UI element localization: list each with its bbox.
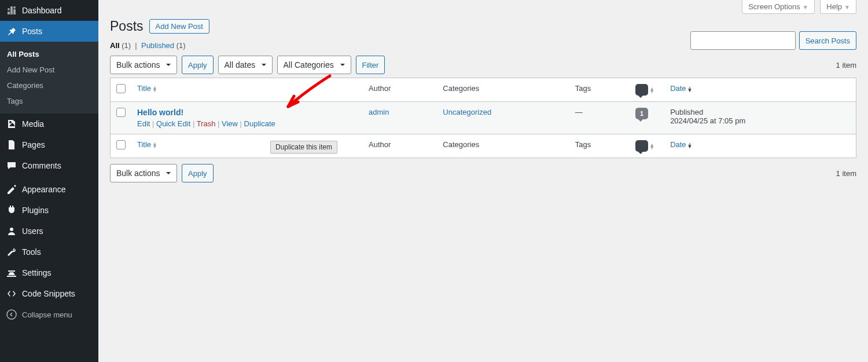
sidebar-label: Appearance	[22, 185, 66, 194]
sidebar-item-appearance[interactable]: Appearance	[0, 179, 98, 200]
collapse-icon	[6, 309, 17, 320]
select-all-checkbox-top[interactable]	[116, 84, 126, 93]
date-filter-select[interactable]: All dates	[218, 56, 273, 74]
comments-icon	[6, 160, 17, 171]
post-category-link[interactable]: Uncategorized	[443, 108, 491, 116]
column-label: Date	[670, 84, 686, 93]
search-input[interactable]	[690, 31, 796, 50]
filter-all[interactable]: All	[110, 41, 120, 50]
sidebar-item-plugins[interactable]: Plugins	[0, 200, 98, 221]
pin-icon	[6, 25, 17, 37]
sidebar-label: Media	[22, 119, 44, 129]
screen-options-tab[interactable]: Screen Options▼	[742, 0, 815, 14]
row-action-edit[interactable]: Edit	[137, 119, 150, 128]
sidebar-item-comments[interactable]: Comments	[0, 155, 98, 176]
sidebar-label: Tools	[22, 247, 41, 257]
comments-icon	[635, 84, 648, 96]
admin-sidebar: Dashboard Posts All Posts Add New Post C…	[0, 0, 98, 362]
item-count-top: 1 item	[836, 61, 856, 70]
chevron-down-icon: ▼	[844, 4, 850, 10]
sidebar-label: Settings	[22, 268, 52, 277]
search-box: Search Posts	[690, 31, 856, 50]
category-filter-select[interactable]: All Categories	[277, 56, 351, 74]
column-author: Author	[363, 78, 437, 102]
pages-icon	[6, 139, 17, 151]
sidebar-item-media[interactable]: Media	[0, 114, 98, 134]
sidebar-item-dashboard[interactable]: Dashboard	[0, 0, 98, 21]
sort-icon: ▲▼	[152, 142, 157, 148]
sidebar-label: Code Snippets	[22, 289, 75, 298]
post-author-link[interactable]: admin	[369, 108, 389, 116]
plugins-icon	[6, 204, 17, 216]
sidebar-item-tools[interactable]: Tools	[0, 242, 98, 262]
column-comments[interactable]: ▲▼	[635, 85, 654, 94]
media-icon	[6, 118, 17, 130]
add-new-post-button[interactable]: Add New Post	[149, 19, 209, 34]
apply-bulk-action-top[interactable]: Apply	[182, 56, 214, 74]
column-comments-foot[interactable]: ▲▼	[635, 141, 654, 150]
column-date[interactable]: Date▲▼	[670, 84, 692, 93]
sidebar-label: Collapse menu	[22, 310, 72, 319]
sidebar-item-settings[interactable]: Settings	[0, 262, 98, 283]
sidebar-collapse-menu[interactable]: Collapse menu	[0, 304, 98, 325]
row-action-view[interactable]: View	[222, 119, 238, 128]
sort-icon: ▲▼	[649, 144, 654, 149]
svg-point-2	[7, 310, 16, 319]
duplicate-tooltip: Duplicate this item	[270, 141, 337, 153]
bulk-action-select-bottom[interactable]: Bulk actions	[110, 164, 177, 182]
column-title-foot[interactable]: Title▲▼	[137, 140, 157, 149]
column-title[interactable]: Title▲▼	[137, 84, 157, 93]
submenu-item-tags[interactable]: Tags	[0, 93, 98, 109]
sidebar-label: Pages	[22, 140, 45, 149]
main-content: Screen Options▼ Help▼ Posts Add New Post…	[98, 0, 868, 362]
column-tags-foot: Tags	[569, 134, 630, 158]
svg-point-0	[8, 8, 10, 10]
svg-point-1	[13, 6, 16, 9]
search-submit-button[interactable]: Search Posts	[799, 31, 856, 50]
post-title-link[interactable]: Hello world!	[137, 108, 183, 117]
sidebar-label: Dashboard	[22, 6, 62, 15]
select-row-checkbox[interactable]	[116, 108, 126, 117]
filter-published[interactable]: Published	[141, 41, 174, 50]
post-date: 2024/04/25 at 7:05 pm	[670, 116, 850, 125]
help-label: Help	[826, 2, 842, 11]
filter-button[interactable]: Filter	[356, 56, 385, 74]
row-action-duplicate[interactable]: Duplicate	[244, 119, 275, 128]
comment-count-bubble[interactable]: 1	[635, 108, 648, 119]
bulk-action-select-top[interactable]: Bulk actions	[110, 56, 177, 74]
posts-table: Title▲▼ Author Categories Tags ▲▼ Date▲▼…	[110, 78, 856, 158]
filter-published-count: (1)	[176, 41, 186, 50]
page-title: Posts	[110, 19, 144, 34]
filter-all-count: (1)	[122, 41, 131, 50]
sort-icon: ▲▼	[152, 86, 157, 92]
sidebar-label: Users	[22, 226, 43, 236]
help-tab[interactable]: Help▼	[820, 0, 856, 14]
post-date-status: Published	[670, 108, 850, 116]
submenu-item-all-posts[interactable]: All Posts	[0, 46, 98, 62]
sort-icon: ▲▼	[687, 142, 693, 148]
sidebar-item-pages[interactable]: Pages	[0, 134, 98, 155]
column-label: Title	[137, 84, 151, 93]
apply-bulk-action-bottom[interactable]: Apply	[182, 164, 214, 182]
sidebar-label: Posts	[22, 27, 42, 36]
select-all-checkbox-bottom[interactable]	[116, 140, 126, 149]
row-action-trash[interactable]: Trash	[197, 119, 216, 128]
column-label: Date	[670, 140, 686, 149]
sort-icon: ▲▼	[687, 86, 693, 92]
column-date-foot[interactable]: Date▲▼	[670, 140, 692, 149]
comment-count: 1	[640, 110, 643, 117]
row-actions: Edit | Quick Edit | Trash | View | Dupli…	[137, 119, 357, 128]
sidebar-item-users[interactable]: Users	[0, 221, 98, 242]
submenu-item-add-new-post[interactable]: Add New Post	[0, 62, 98, 78]
sidebar-item-code-snippets[interactable]: Code Snippets	[0, 283, 98, 304]
column-label: Title	[137, 140, 151, 149]
sidebar-item-posts[interactable]: Posts	[0, 21, 98, 42]
submenu-item-categories[interactable]: Categories	[0, 78, 98, 93]
column-tags: Tags	[569, 78, 630, 102]
settings-icon	[6, 267, 17, 279]
dashboard-icon	[6, 5, 17, 16]
column-categories-foot: Categories	[437, 134, 569, 158]
row-action-quick-edit[interactable]: Quick Edit	[156, 119, 190, 128]
filter-all-label: All	[110, 41, 120, 50]
sort-icon: ▲▼	[649, 87, 654, 93]
